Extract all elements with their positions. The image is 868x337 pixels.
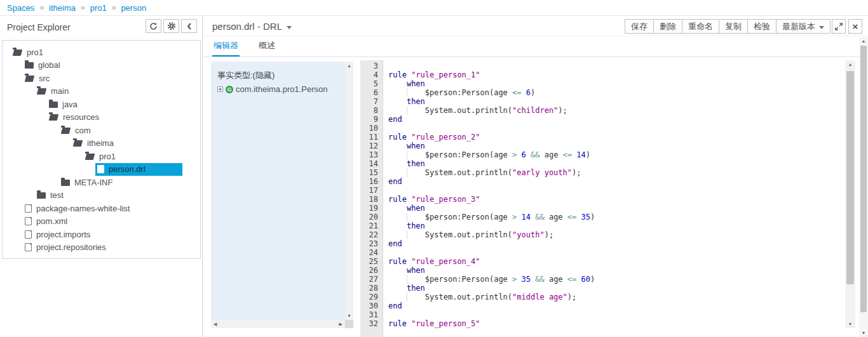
line-number: 26 bbox=[360, 266, 383, 275]
code-line: rule "rule_person_1" bbox=[384, 70, 845, 79]
scrollbar-thumb[interactable] bbox=[846, 71, 854, 284]
code-line: $person:Person(age <= 6) bbox=[384, 88, 845, 97]
breadcrumb-link-pro1[interactable]: pro1 bbox=[90, 3, 107, 13]
tree-item-person-drl[interactable]: person.drl bbox=[3, 163, 200, 176]
breadcrumb-link-Spaces[interactable]: Spaces bbox=[7, 3, 34, 13]
tree-item-project-repositories[interactable]: project.repositories bbox=[3, 241, 200, 254]
tree-item-package-names-white-list[interactable]: package-names-white-list bbox=[3, 202, 200, 215]
gear-icon bbox=[167, 22, 176, 30]
breadcrumb-separator: » bbox=[112, 3, 116, 12]
toolbar-button-删除[interactable]: 删除 bbox=[653, 19, 682, 34]
tree-item-src[interactable]: src bbox=[3, 72, 200, 85]
latest-version-label: 最新版本 bbox=[782, 21, 815, 32]
scroll-up-icon[interactable]: ▲ bbox=[859, 39, 868, 43]
code-line bbox=[384, 124, 845, 133]
scroll-up-icon[interactable]: ▲ bbox=[345, 63, 353, 68]
tab-编辑器[interactable]: 编辑器 bbox=[212, 36, 240, 56]
indent-guide-line bbox=[407, 230, 407, 239]
chevron-down-icon bbox=[287, 26, 292, 29]
settings-button[interactable] bbox=[163, 19, 179, 33]
tree-item-global[interactable]: global bbox=[3, 59, 200, 72]
breadcrumb-separator: » bbox=[81, 3, 85, 12]
close-icon: × bbox=[853, 21, 858, 32]
fact-type-item[interactable]: Gcom.itheima.pro1.Person bbox=[217, 84, 345, 94]
scroll-left-icon[interactable]: ◀ bbox=[214, 322, 217, 327]
close-button[interactable]: × bbox=[848, 19, 862, 34]
code-line bbox=[384, 186, 845, 195]
breadcrumb-link-itheima[interactable]: itheima bbox=[49, 3, 76, 13]
workbench: Spaces»itheima»pro1»person Project Explo… bbox=[0, 0, 868, 337]
tree-item-label: project.imports bbox=[36, 230, 90, 239]
scrollbar-corner bbox=[345, 320, 353, 328]
scroll-down-icon[interactable]: ▼ bbox=[845, 322, 855, 326]
tree-item-itheima[interactable]: itheima bbox=[3, 137, 200, 150]
tree-item-java[interactable]: java bbox=[3, 98, 200, 111]
tree-item-label: itheima bbox=[87, 138, 114, 148]
tree-item-test[interactable]: test bbox=[3, 189, 200, 202]
code-line: then bbox=[384, 159, 845, 168]
tree-item-meta-inf[interactable]: META-INF bbox=[3, 176, 200, 189]
code-line: end bbox=[384, 239, 845, 248]
code-line: rule "rule_person_5" bbox=[384, 319, 845, 328]
facts-horizontal-scrollbar[interactable]: ◀ ▶ bbox=[211, 320, 345, 328]
folder-open-icon bbox=[61, 128, 71, 134]
line-number: 22 bbox=[360, 230, 383, 239]
breadcrumb-separator: » bbox=[39, 3, 44, 12]
tree-item-label: package-names-white-list bbox=[36, 204, 130, 213]
scroll-down-icon[interactable]: ▼ bbox=[345, 314, 353, 318]
tree-item-pro1[interactable]: pro1 bbox=[3, 150, 200, 163]
expand-button[interactable] bbox=[832, 19, 846, 34]
toolbar-button-保存[interactable]: 保存 bbox=[625, 19, 654, 34]
toolbar-button-重命名[interactable]: 重命名 bbox=[682, 19, 719, 34]
tree-item-label: src bbox=[39, 74, 50, 83]
expand-plus-icon[interactable] bbox=[217, 86, 223, 92]
tree-item-pro1[interactable]: pro1 bbox=[3, 46, 200, 59]
line-number: 10 bbox=[360, 124, 383, 133]
tab-概述[interactable]: 概述 bbox=[257, 36, 276, 56]
tree-item-project-imports[interactable]: project.imports bbox=[3, 228, 200, 241]
indent-guide-line bbox=[407, 150, 407, 159]
code-line bbox=[384, 248, 845, 257]
tree-item-resources[interactable]: resources bbox=[3, 111, 200, 124]
breadcrumb: Spaces»itheima»pro1»person bbox=[0, 0, 868, 16]
code-line: System.out.println("middle age"); bbox=[384, 293, 845, 301]
folder-icon bbox=[61, 180, 70, 186]
refresh-icon bbox=[149, 22, 158, 30]
tree-item-com[interactable]: com bbox=[3, 124, 200, 137]
fact-types-list: Gcom.itheima.pro1.Person bbox=[217, 84, 345, 94]
scroll-down-icon[interactable]: ▼ bbox=[859, 331, 868, 335]
collapse-panel-button[interactable] bbox=[181, 19, 197, 33]
code-line: $person:Person(age > 35 && age <= 60) bbox=[384, 275, 845, 284]
tree-item-main[interactable]: main bbox=[3, 85, 200, 98]
panel-vertical-scrollbar[interactable]: ▲ ▼ bbox=[859, 37, 868, 337]
indent-guide-line bbox=[407, 293, 407, 301]
folder-icon bbox=[37, 192, 46, 199]
line-number: 24 bbox=[360, 248, 383, 257]
scrollbar-thumb[interactable] bbox=[860, 46, 867, 312]
line-number: 19 bbox=[360, 204, 383, 213]
line-number: 29 bbox=[360, 293, 383, 301]
scroll-right-icon[interactable]: ▶ bbox=[339, 322, 342, 327]
facts-vertical-scrollbar[interactable]: ▲ ▼ bbox=[345, 62, 353, 320]
code-line: end bbox=[384, 115, 845, 124]
tree-item-pom-xml[interactable]: pom.xml bbox=[3, 215, 200, 228]
code-line: $person:Person(age > 6 && age <= 14) bbox=[384, 150, 845, 159]
scroll-up-icon[interactable]: ▲ bbox=[845, 62, 855, 67]
tree-item-label: project.repositories bbox=[36, 242, 106, 252]
latest-version-button[interactable]: 最新版本 bbox=[776, 19, 831, 34]
breadcrumb-link-person[interactable]: person bbox=[121, 3, 146, 13]
toolbar-button-检验[interactable]: 检验 bbox=[747, 19, 776, 34]
toolbar-button-复制[interactable]: 复制 bbox=[719, 19, 748, 34]
code-line: when bbox=[384, 266, 845, 275]
editor-vertical-scrollbar[interactable]: ▲ ▼ bbox=[845, 60, 855, 328]
code-editor[interactable]: rule "rule_person_1" when $person:Person… bbox=[384, 60, 845, 337]
code-line: when bbox=[384, 142, 845, 150]
folder-open-icon bbox=[37, 88, 46, 95]
refresh-button[interactable] bbox=[146, 19, 161, 33]
indent-guide-line bbox=[407, 88, 407, 97]
line-number: 15 bbox=[360, 168, 383, 177]
line-number: 16 bbox=[360, 177, 383, 186]
code-line: end bbox=[384, 177, 845, 186]
asset-title[interactable]: person.drl - DRL bbox=[212, 21, 292, 32]
indent-guide-line bbox=[407, 106, 407, 115]
